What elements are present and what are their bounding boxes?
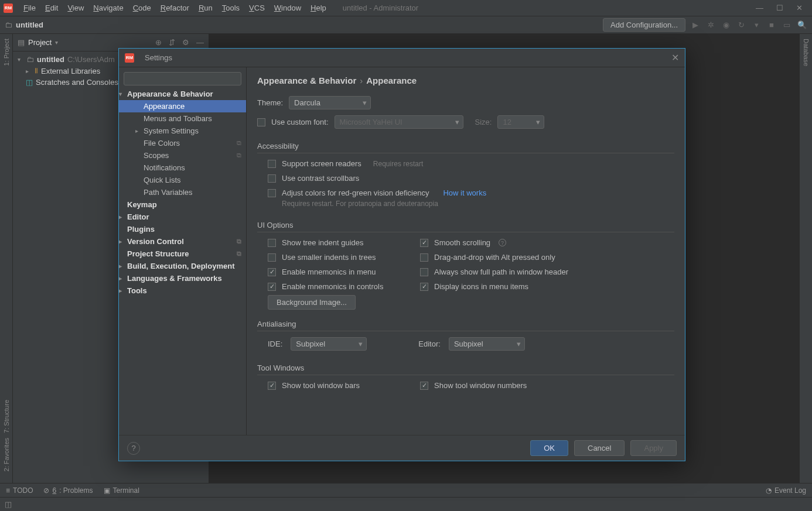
project-tool-button[interactable]: 1: Project xyxy=(3,39,10,66)
settings-category[interactable]: ▸Version Control⧉ xyxy=(119,235,246,248)
settings-category[interactable]: Menus and Toolbars xyxy=(119,112,246,125)
breadcrumb-project[interactable]: untitled xyxy=(16,20,43,29)
todo-tool-button[interactable]: ≡TODO xyxy=(6,486,33,495)
settings-category[interactable]: Notifications xyxy=(119,162,246,174)
settings-category[interactable]: Project Structure⧉ xyxy=(119,248,246,260)
adjust-colors-checkbox[interactable] xyxy=(268,189,276,197)
settings-category[interactable]: ▸Tools xyxy=(119,284,246,297)
menu-refactor[interactable]: Refactor xyxy=(156,4,194,12)
coverage-icon[interactable]: ◉ xyxy=(721,20,731,29)
settings-category[interactable]: Plugins xyxy=(119,223,246,235)
settings-category[interactable]: File Colors⧉ xyxy=(119,137,246,149)
left-tool-strip: 1: Project 7: Structure 2: Favorites xyxy=(0,34,13,483)
icons-menu-checkbox[interactable] xyxy=(420,283,428,291)
use-custom-font-label[interactable]: Use custom font: xyxy=(271,118,329,126)
settings-sidebar: ▾Appearance & BehaviorAppearanceMenus an… xyxy=(119,67,247,435)
ui-options-header: UI Options xyxy=(257,221,674,232)
favorites-tool-button[interactable]: 2: Favorites xyxy=(3,438,10,471)
info-icon[interactable]: ? xyxy=(499,239,506,246)
contrast-scrollbars-checkbox[interactable] xyxy=(268,174,276,183)
profile-icon[interactable]: ↻ xyxy=(736,20,746,29)
settings-category[interactable]: Scopes⧉ xyxy=(119,149,246,162)
menu-tools[interactable]: Tools xyxy=(217,4,244,12)
run-icon[interactable]: ▶ xyxy=(690,20,701,29)
menu-code[interactable]: Code xyxy=(128,4,156,12)
smaller-indents-checkbox[interactable] xyxy=(268,253,276,262)
folder-icon: 🗀 xyxy=(5,20,12,29)
settings-category[interactable]: Appearance xyxy=(119,100,246,112)
tw-bars-checkbox[interactable] xyxy=(268,382,276,390)
chevron-down-icon: ▾ xyxy=(18,56,23,63)
terminal-tool-button[interactable]: ▣Terminal xyxy=(104,486,139,495)
help-button[interactable]: ? xyxy=(127,442,140,455)
font-size-select[interactable]: 12 xyxy=(497,115,544,129)
minimize-icon[interactable]: — xyxy=(756,4,763,12)
settings-category[interactable]: Keymap xyxy=(119,198,246,211)
problems-tool-button[interactable]: ⊘6: Problems xyxy=(43,486,93,495)
chevron-icon: ▾ xyxy=(119,91,127,97)
chevron-icon: ▸ xyxy=(119,214,127,220)
database-tool-button[interactable]: Database xyxy=(803,39,810,66)
tw-numbers-checkbox[interactable] xyxy=(420,382,428,390)
terminal-icon: ▣ xyxy=(104,486,110,495)
apply-button[interactable]: Apply xyxy=(630,440,677,456)
cancel-button[interactable]: Cancel xyxy=(574,440,625,456)
screen-readers-checkbox[interactable] xyxy=(268,160,276,168)
project-panel-title[interactable]: Project xyxy=(28,38,52,47)
hide-icon[interactable]: — xyxy=(196,38,204,47)
settings-category[interactable]: ▸Editor xyxy=(119,211,246,223)
ide-aa-select[interactable]: Subpixel xyxy=(291,337,367,351)
app-icon: RM xyxy=(125,53,134,63)
close-icon[interactable]: ✕ xyxy=(796,4,803,12)
full-path-checkbox[interactable] xyxy=(420,268,428,276)
app-icon: RM xyxy=(4,4,13,13)
search-everywhere-icon[interactable]: 🔍 xyxy=(797,20,807,29)
chevron-icon: ▸ xyxy=(119,238,127,245)
dnd-alt-checkbox[interactable] xyxy=(420,253,428,262)
event-log-button[interactable]: ◔Event Log xyxy=(766,486,806,495)
settings-category[interactable]: Quick Lists xyxy=(119,174,246,186)
editor-aa-select[interactable]: Subpixel xyxy=(449,337,525,351)
settings-search-input[interactable] xyxy=(124,72,241,85)
debug-icon[interactable]: ✲ xyxy=(705,20,716,29)
how-it-works-link[interactable]: How it works xyxy=(443,188,486,197)
use-custom-font-checkbox[interactable] xyxy=(257,118,265,126)
dialog-title: Settings xyxy=(145,53,172,62)
tool-window-toggle-icon[interactable]: ◫ xyxy=(5,500,12,509)
chevron-down-icon[interactable]: ▾ xyxy=(55,39,58,46)
menu-file[interactable]: File xyxy=(19,4,40,12)
settings-category[interactable]: Path Variables xyxy=(119,186,246,198)
add-configuration-button[interactable]: Add Configuration... xyxy=(603,18,685,32)
structure-tool-button[interactable]: 7: Structure xyxy=(3,400,10,433)
expand-all-icon[interactable]: ⇵ xyxy=(169,38,175,47)
menu-view[interactable]: View xyxy=(63,4,88,12)
bottom-tool-bar: ≡TODO ⊘6: Problems ▣Terminal ◔Event Log xyxy=(0,483,812,497)
settings-category[interactable]: ▸Build, Execution, Deployment xyxy=(119,260,246,272)
attach-icon[interactable]: ▾ xyxy=(751,20,762,29)
chevron-icon: ▸ xyxy=(135,128,144,134)
gear-icon[interactable]: ⚙ xyxy=(182,38,189,47)
locate-icon[interactable]: ⊕ xyxy=(155,38,162,47)
background-image-button[interactable]: Background Image... xyxy=(268,295,356,310)
menu-navigate[interactable]: Navigate xyxy=(88,4,128,12)
settings-category[interactable]: ▸System Settings xyxy=(119,125,246,137)
smooth-scrolling-checkbox[interactable] xyxy=(420,239,428,247)
ok-button[interactable]: OK xyxy=(530,440,568,456)
menu-run[interactable]: Run xyxy=(194,4,217,12)
library-icon: ⫴ xyxy=(35,66,38,76)
custom-font-select[interactable]: Microsoft YaHei UI xyxy=(335,115,463,129)
dialog-close-button[interactable]: ✕ xyxy=(671,52,679,63)
settings-category[interactable]: ▾Appearance & Behavior xyxy=(119,88,246,100)
update-running-icon[interactable]: ▭ xyxy=(782,20,792,29)
menu-help[interactable]: Help xyxy=(306,4,331,12)
menu-edit[interactable]: Edit xyxy=(40,4,63,12)
tree-indent-checkbox[interactable] xyxy=(268,239,276,247)
menu-vcs[interactable]: VCS xyxy=(244,4,269,12)
menu-window[interactable]: Window xyxy=(269,4,306,12)
mnemonics-controls-checkbox[interactable] xyxy=(268,283,276,291)
mnemonics-menu-checkbox[interactable] xyxy=(268,268,276,276)
stop-icon[interactable]: ■ xyxy=(766,20,777,29)
theme-select[interactable]: Darcula xyxy=(289,96,371,109)
settings-category[interactable]: ▸Languages & Frameworks xyxy=(119,272,246,284)
maximize-icon[interactable]: ☐ xyxy=(776,4,783,12)
